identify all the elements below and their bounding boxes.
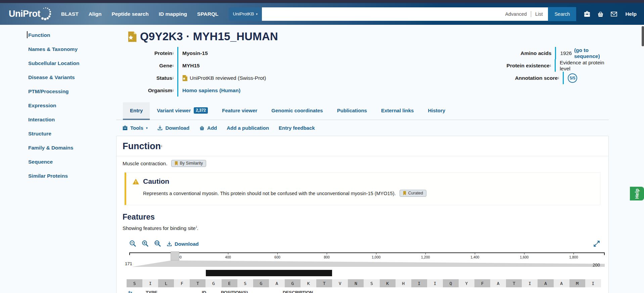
download-icon <box>167 241 172 247</box>
sequence-letter[interactable]: H <box>396 279 411 287</box>
zoom-to-sequence-icon[interactable]: AA <box>154 240 162 247</box>
sequence-letter[interactable]: K <box>380 279 396 287</box>
sequence-letter[interactable]: K <box>301 279 316 287</box>
sidebar-item-ptm-processing[interactable]: PTM/Processing <box>0 84 116 99</box>
sidebar-item-similar-proteins[interactable]: Similar Proteins <box>0 169 116 183</box>
sequence-letter[interactable]: F <box>174 279 190 287</box>
sequence-letter[interactable]: Y <box>459 279 474 287</box>
fullscreen-expand-icon[interactable] <box>593 240 600 247</box>
sequence-letter[interactable]: I <box>585 279 601 287</box>
uniprot-logo[interactable]: UniProt <box>9 6 52 22</box>
nav-link-id-mapping[interactable]: ID mapping <box>159 11 187 17</box>
tab-genomic-coordinates[interactable]: Genomic coordinates <box>264 102 330 120</box>
scrollbar-thumb[interactable] <box>642 26 644 46</box>
sequence-letter[interactable]: I <box>427 279 443 287</box>
sidebar-item-disease-variants[interactable]: Disease & Variants <box>0 70 116 84</box>
reviewed-swissprot-icon <box>128 32 137 42</box>
sequence-letter[interactable]: A <box>490 279 506 287</box>
info-sup[interactable]: i <box>173 76 174 80</box>
tab-history[interactable]: History <box>421 102 452 120</box>
sequence-letter[interactable]: M <box>569 279 585 287</box>
sequence-letter[interactable]: L <box>158 279 174 287</box>
column-header-description[interactable]: DESCRIPTION <box>283 290 313 293</box>
features-download-button[interactable]: Download <box>167 241 199 247</box>
download-button[interactable]: Download <box>157 125 189 131</box>
sidebar-item-structure[interactable]: Structure <box>0 127 116 141</box>
sequence-letter[interactable]: Q <box>443 279 459 287</box>
sequence-letter[interactable]: T <box>190 279 205 287</box>
status-row: Statusi UniProtKB reviewed (Swiss-Prot) <box>116 72 366 84</box>
info-sup[interactable]: i <box>173 89 174 92</box>
sequence-letter[interactable]: T <box>316 279 332 287</box>
evidence-badge[interactable]: Curated <box>400 190 426 197</box>
info-sup[interactable]: i <box>173 64 174 67</box>
sequence-letter[interactable]: S <box>364 279 379 287</box>
evidence-badge[interactable]: By Similarity <box>171 160 206 167</box>
namespace-selector[interactable]: UniProtKB ▾ <box>229 7 262 21</box>
sidebar-item-names-taxonomy[interactable]: Names & Taxonomy <box>0 42 116 56</box>
sidebar-item-family-domains[interactable]: Family & Domains <box>0 141 116 155</box>
help-side-tab[interactable]: Help <box>630 187 644 200</box>
sequence-letter[interactable]: T <box>506 279 522 287</box>
tab-feature-viewer[interactable]: Feature viewer <box>215 102 264 120</box>
annotation-score-badge[interactable]: 5/5 <box>568 73 577 83</box>
search-button[interactable]: Search <box>548 7 576 21</box>
column-header-type[interactable]: TYPE <box>146 290 157 293</box>
sequence-letter[interactable]: A <box>269 279 285 287</box>
sequence-letter[interactable]: V <box>332 279 348 287</box>
go-to-sequence-link[interactable]: (go to sequence) <box>574 47 609 59</box>
sequence-letter[interactable]: G <box>253 279 269 287</box>
sequence-letter[interactable]: S <box>127 279 142 287</box>
nav-link-sparql[interactable]: SPARQL <box>197 11 218 17</box>
sidebar-item-expression[interactable]: Expression <box>0 99 116 113</box>
uniprot-logo-text: UniProt <box>9 9 40 19</box>
tab-entry[interactable]: Entry <box>123 102 150 120</box>
entry-feedback-button[interactable]: Entry feedback <box>279 125 315 131</box>
info-sup[interactable]: i <box>558 76 559 80</box>
sequence-letter[interactable]: I <box>522 279 538 287</box>
nav-link-peptide-search[interactable]: Peptide search <box>111 11 148 17</box>
protein-existence-value: Evidence at protein level <box>555 59 609 72</box>
sequence-letter[interactable]: S <box>237 279 253 287</box>
contact-envelope-icon[interactable] <box>610 10 617 17</box>
basket-icon[interactable] <box>597 10 604 17</box>
info-sup[interactable]: i <box>173 51 174 55</box>
tab-publications[interactable]: Publications <box>330 102 374 120</box>
tab-variant-viewer[interactable]: Variant viewer2,372 <box>150 102 215 120</box>
info-sup[interactable]: i <box>550 64 551 67</box>
zoom-out-icon[interactable] <box>129 240 137 247</box>
sequence-letter[interactable]: E <box>222 279 237 287</box>
sequence-letter[interactable]: G <box>205 279 221 287</box>
add-to-basket-button[interactable]: Add <box>199 125 217 131</box>
list-link[interactable]: List <box>535 11 543 17</box>
sequence-letter[interactable]: G <box>285 279 301 287</box>
status-value: UniProtKB reviewed (Swiss-Prot) <box>177 72 266 84</box>
help-menu[interactable]: Help <box>625 11 637 17</box>
sequence-letter[interactable]: A <box>554 279 569 287</box>
zoom-in-icon[interactable] <box>142 240 149 247</box>
nav-link-align[interactable]: Align <box>89 11 102 17</box>
sidebar-item-sequence[interactable]: Sequence <box>0 155 116 169</box>
sidebar-item-interaction[interactable]: Interaction <box>0 113 116 127</box>
nav-link-blast[interactable]: BLAST <box>61 11 79 17</box>
sidebar-item-function[interactable]: Function <box>0 28 116 42</box>
column-header-position-s[interactable]: POSITION(S) <box>221 290 248 293</box>
column-header-id[interactable]: ID <box>202 290 206 293</box>
tab-external-links[interactable]: External links <box>374 102 421 120</box>
feature-bar[interactable] <box>206 270 332 276</box>
add-publication-button[interactable]: Add a publication <box>227 125 269 131</box>
search-input[interactable] <box>262 7 504 21</box>
toolbox-icon[interactable] <box>584 10 591 17</box>
sequence-letter[interactable]: I <box>411 279 427 287</box>
sidebar-item-subcellular-location[interactable]: Subcellular Location <box>0 56 116 70</box>
advanced-search-link[interactable]: Advanced <box>505 11 527 17</box>
tools-menu-button[interactable]: Tools ▾ <box>122 125 147 131</box>
expand-collapse-rows-button[interactable]: ±▾ <box>128 289 132 293</box>
sequence-letter[interactable]: I <box>142 279 158 287</box>
sequence-letter[interactable]: N <box>348 279 364 287</box>
sequence-letter[interactable]: F <box>474 279 490 287</box>
organism-link[interactable]: Homo sapiens (Human) <box>182 87 240 94</box>
info-sup[interactable]: i <box>161 144 162 148</box>
sequence-letter[interactable]: A <box>538 279 553 287</box>
caution-text: Represents a conventional myosin. This p… <box>143 191 396 196</box>
